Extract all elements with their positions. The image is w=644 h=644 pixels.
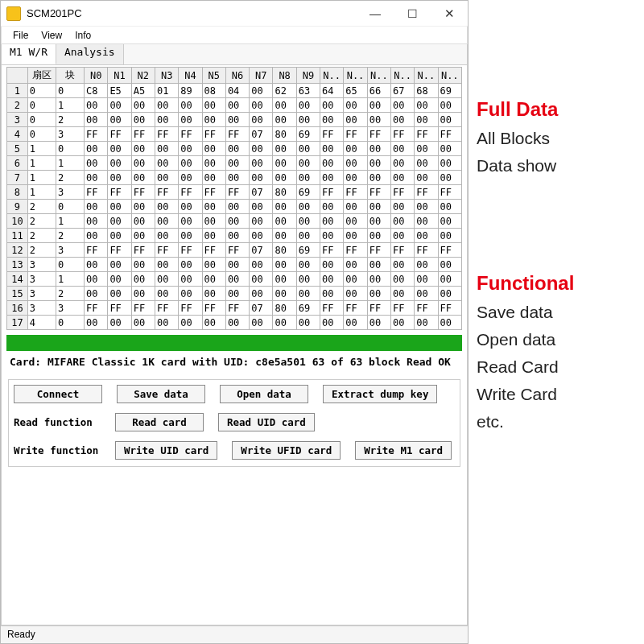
cell-byte[interactable]: 00 (202, 142, 225, 156)
cell-byte[interactable]: 00 (108, 287, 131, 301)
cell-byte[interactable]: 00 (320, 214, 344, 229)
cell-byte[interactable]: 00 (225, 200, 249, 214)
cell-byte[interactable]: 00 (296, 142, 320, 156)
cell-byte[interactable]: FF (225, 185, 249, 200)
cell-byte[interactable]: 00 (273, 214, 296, 229)
cell-sector[interactable]: 0 (27, 113, 56, 127)
cell-byte[interactable]: 00 (344, 316, 367, 330)
cell-byte[interactable]: 69 (296, 127, 320, 142)
extract-dump-key-button[interactable]: Extract dump key (323, 385, 437, 403)
table-row[interactable]: 1633FFFFFFFFFFFFFF078069FFFFFFFFFFFF (7, 301, 462, 316)
cell-byte[interactable]: 00 (108, 113, 131, 127)
cell-byte[interactable]: 00 (155, 98, 178, 113)
cell-byte[interactable]: 00 (344, 229, 367, 243)
table-row[interactable]: 174000000000000000000000000000000000 (7, 316, 462, 330)
cell-byte[interactable]: 00 (367, 258, 390, 272)
cell-byte[interactable]: 00 (273, 142, 296, 156)
cell-byte[interactable]: FF (131, 127, 155, 142)
col-byte[interactable]: N7 (250, 68, 273, 84)
cell-byte[interactable]: 00 (131, 287, 155, 301)
cell-byte[interactable]: 80 (273, 127, 296, 142)
data-grid[interactable]: 扇区块N0N1N2N3N4N5N6N7N8N9N..N..N..N..N..N.… (6, 67, 462, 330)
cell-byte[interactable]: 00 (131, 229, 155, 243)
cell-byte[interactable]: FF (390, 243, 414, 258)
cell-sector[interactable]: 3 (27, 258, 56, 272)
cell-byte[interactable]: 00 (273, 171, 296, 185)
col-byte[interactable]: N1 (108, 68, 131, 84)
cell-byte[interactable]: 00 (179, 156, 202, 171)
tab-m1wr[interactable]: M1 W/R (2, 44, 56, 64)
cell-byte[interactable]: 04 (225, 84, 249, 98)
cell-byte[interactable]: FF (131, 243, 155, 258)
cell-byte[interactable]: 00 (155, 272, 178, 287)
cell-byte[interactable]: FF (225, 301, 249, 316)
cell-byte[interactable]: FF (85, 243, 108, 258)
cell-byte[interactable]: 00 (85, 98, 108, 113)
cell-byte[interactable]: 00 (367, 316, 390, 330)
cell-sector[interactable]: 2 (27, 229, 56, 243)
cell-byte[interactable]: 07 (250, 301, 273, 316)
read-card-button[interactable]: Read card (115, 413, 204, 431)
cell-block[interactable]: 2 (56, 229, 84, 243)
cell-byte[interactable]: 00 (250, 316, 273, 330)
cell-byte[interactable]: FF (415, 127, 438, 142)
cell-byte[interactable]: FF (85, 301, 108, 316)
cell-byte[interactable]: 00 (415, 200, 438, 214)
cell-byte[interactable]: 00 (415, 113, 438, 127)
cell-byte[interactable]: FF (131, 185, 155, 200)
cell-byte[interactable]: FF (367, 185, 390, 200)
cell-byte[interactable]: 00 (438, 113, 461, 127)
cell-byte[interactable]: 00 (320, 229, 344, 243)
cell-byte[interactable]: 00 (320, 316, 344, 330)
cell-byte[interactable]: 00 (108, 258, 131, 272)
cell-byte[interactable]: 00 (296, 156, 320, 171)
cell-byte[interactable]: 00 (108, 156, 131, 171)
table-row[interactable]: 1223FFFFFFFFFFFFFF078069FFFFFFFFFFFF (7, 243, 462, 258)
cell-sector[interactable]: 3 (27, 301, 56, 316)
cell-byte[interactable]: 00 (344, 142, 367, 156)
cell-byte[interactable]: 00 (390, 258, 414, 272)
cell-byte[interactable]: 00 (415, 171, 438, 185)
cell-block[interactable]: 3 (56, 301, 84, 316)
cell-byte[interactable]: 00 (320, 287, 344, 301)
cell-byte[interactable]: 00 (250, 171, 273, 185)
cell-byte[interactable]: 00 (85, 316, 108, 330)
cell-byte[interactable]: 00 (296, 113, 320, 127)
cell-byte[interactable]: 00 (367, 287, 390, 301)
menu-file[interactable]: File (6, 29, 35, 42)
cell-byte[interactable]: FF (108, 301, 131, 316)
col-byte[interactable]: N.. (415, 68, 438, 84)
cell-byte[interactable]: 00 (202, 171, 225, 185)
cell-byte[interactable]: 00 (85, 113, 108, 127)
cell-byte[interactable]: 00 (225, 142, 249, 156)
table-row[interactable]: 153200000000000000000000000000000000 (7, 287, 462, 301)
cell-byte[interactable]: FF (108, 243, 131, 258)
save-data-button[interactable]: Save data (117, 385, 205, 403)
cell-byte[interactable]: 00 (415, 98, 438, 113)
cell-block[interactable]: 3 (56, 127, 84, 142)
cell-byte[interactable]: FF (367, 243, 390, 258)
row-number[interactable]: 4 (7, 127, 28, 142)
cell-byte[interactable]: FF (438, 243, 461, 258)
cell-byte[interactable]: 00 (415, 258, 438, 272)
cell-byte[interactable]: 00 (390, 142, 414, 156)
cell-byte[interactable]: 00 (155, 156, 178, 171)
cell-sector[interactable]: 2 (27, 214, 56, 229)
cell-byte[interactable]: 00 (367, 113, 390, 127)
cell-byte[interactable]: 00 (202, 200, 225, 214)
cell-sector[interactable]: 2 (27, 243, 56, 258)
cell-byte[interactable]: 00 (250, 200, 273, 214)
row-number[interactable]: 1 (7, 84, 28, 98)
cell-byte[interactable]: 00 (438, 316, 461, 330)
cell-byte[interactable]: 00 (415, 272, 438, 287)
cell-byte[interactable]: 00 (225, 287, 249, 301)
cell-block[interactable]: 3 (56, 243, 84, 258)
table-row[interactable]: 51000000000000000000000000000000000 (7, 142, 462, 156)
cell-byte[interactable]: 00 (344, 200, 367, 214)
tab-analysis[interactable]: Analysis (56, 44, 124, 64)
col-byte[interactable]: N4 (179, 68, 202, 84)
maximize-button[interactable]: ☐ (394, 1, 431, 27)
col-byte[interactable]: N9 (296, 68, 320, 84)
cell-byte[interactable]: FF (155, 301, 178, 316)
cell-byte[interactable]: 00 (85, 171, 108, 185)
